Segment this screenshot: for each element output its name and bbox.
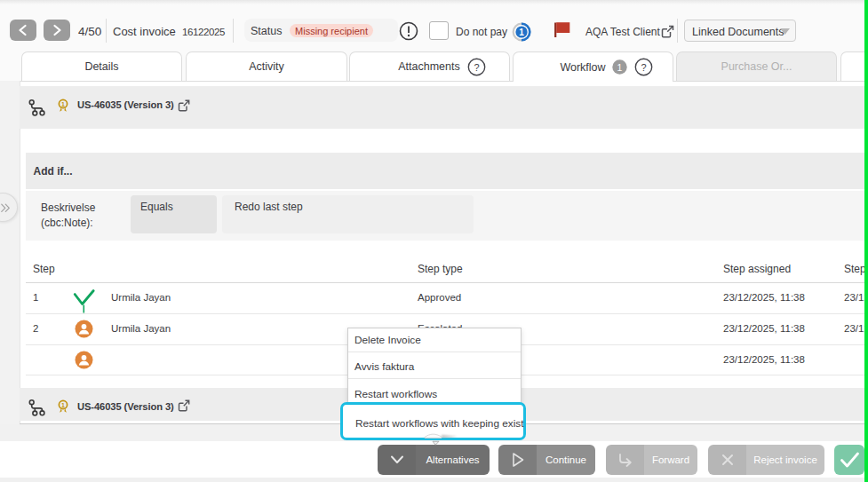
svg-text:?: ? xyxy=(641,62,646,73)
svg-text:1: 1 xyxy=(61,101,65,107)
svg-text:1: 1 xyxy=(61,402,65,408)
svg-text:?: ? xyxy=(474,61,479,72)
svg-text:1: 1 xyxy=(617,62,622,73)
svg-text:1: 1 xyxy=(519,28,524,37)
